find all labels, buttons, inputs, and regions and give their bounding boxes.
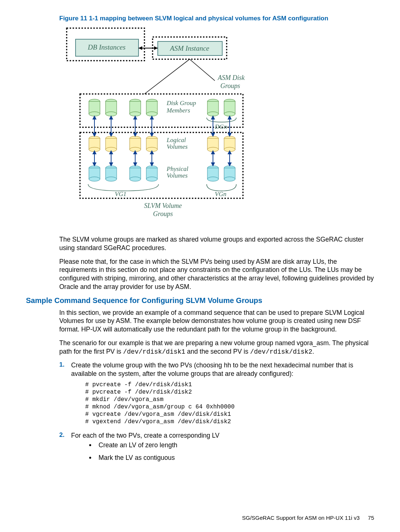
svg-marker-102 [134, 163, 137, 166]
svg-text:Groups: Groups [153, 210, 173, 218]
step-2-bullet-2: Mark the LV as contiguous [86, 452, 374, 463]
svg-marker-84 [134, 133, 137, 136]
para4-path1: /dev/rdisk/disk1 [123, 348, 185, 356]
figure-caption: Figure 11 1-1 mapping between SLVM logic… [59, 15, 374, 22]
step-1-text: Create the volume group with the two PVs… [71, 361, 374, 378]
para4-path2: /dev/rdisk/disk2 [250, 348, 312, 356]
svg-marker-93 [228, 133, 231, 136]
svg-line-7 [190, 59, 215, 81]
step-1: 1. Create the volume group with the two … [59, 361, 374, 429]
svg-point-73 [224, 177, 235, 181]
svg-line-8 [144, 59, 190, 94]
svg-point-64 [130, 177, 141, 181]
svg-marker-6 [154, 46, 158, 50]
svg-marker-99 [110, 163, 113, 166]
para4-c: and the second PV is [185, 348, 250, 355]
svg-marker-80 [110, 116, 113, 119]
svg-point-61 [106, 177, 117, 181]
step-2-bullet-1: Create an LV of zero length [86, 440, 374, 450]
step-2-number: 2. [59, 431, 71, 465]
paragraph-4: The scenario for our example is that we … [59, 339, 374, 356]
svg-marker-111 [228, 163, 231, 166]
disk-group-cylinders [89, 99, 235, 116]
svg-marker-81 [110, 133, 113, 136]
svg-text:Volumes: Volumes [167, 172, 188, 179]
footer-text: SG/SGeRAC Support for ASM on HP-UX 11i v… [242, 515, 360, 521]
paragraph-3: In this section, we provide an example o… [59, 309, 374, 334]
para4-e: . [312, 348, 314, 355]
db-instances-label: DB Instances [87, 43, 126, 51]
paragraph-2: Please note that, for the case in which … [59, 257, 374, 291]
svg-text:Volumes: Volumes [167, 143, 188, 150]
asm-diskgroups-label2: Groups [220, 82, 240, 90]
step-2: 2. For each of the two PVs, create a cor… [59, 431, 374, 465]
svg-text:SLVM Volume: SLVM Volume [144, 202, 182, 209]
svg-text:Logical: Logical [166, 137, 186, 144]
svg-marker-92 [228, 116, 231, 119]
svg-marker-77 [93, 116, 96, 119]
section-heading: Sample Command Sequence for Configuring … [26, 296, 374, 305]
footer-page-number: 75 [368, 515, 374, 521]
svg-marker-86 [150, 116, 153, 119]
lv-cylinders [89, 136, 235, 152]
svg-marker-89 [211, 116, 214, 119]
svg-text:Physical: Physical [166, 165, 189, 172]
asm-instance-label: ASM Instance [169, 44, 209, 52]
paragraph-1: The SLVM volume groups are marked as sha… [59, 235, 374, 252]
svg-text:Members: Members [166, 107, 190, 114]
pv-cylinders [89, 166, 235, 181]
step-2-text: For each of the two PVs, create a corres… [71, 431, 374, 440]
svg-point-58 [89, 177, 100, 181]
svg-marker-90 [211, 133, 214, 136]
figure-diagram: DB Instances ASM Instance ASM Disk Group… [59, 25, 374, 226]
svg-point-70 [207, 177, 219, 181]
svg-marker-105 [150, 163, 153, 166]
svg-text:Disk Group: Disk Group [166, 100, 196, 107]
svg-marker-83 [134, 116, 137, 119]
svg-text:VGn: VGn [215, 191, 226, 198]
svg-marker-108 [211, 163, 214, 166]
svg-marker-96 [93, 163, 96, 166]
page-footer: SG/SGeRAC Support for ASM on HP-UX 11i v… [242, 515, 374, 521]
svg-marker-5 [139, 46, 142, 50]
svg-text:DGn: DGn [214, 123, 227, 130]
asm-diskgroups-label1: ASM Disk [217, 74, 245, 81]
svg-marker-78 [93, 133, 96, 136]
step-1-number: 1. [59, 361, 71, 429]
svg-text:VG1: VG1 [115, 191, 126, 198]
svg-point-67 [146, 177, 157, 181]
svg-marker-87 [150, 133, 153, 136]
step-1-code: # pvcreate -f /dev/rdisk/disk1 # pvcreat… [85, 381, 374, 425]
